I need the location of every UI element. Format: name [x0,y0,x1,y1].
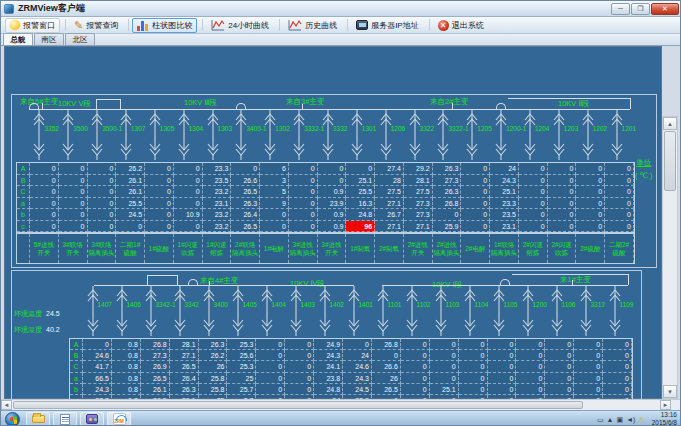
horizontal-scroll-thumb[interactable] [13,401,583,409]
table-cell: 0 [145,163,174,175]
scroll-right-arrow[interactable]: ► [660,400,671,410]
table-cell: 25.3 [227,339,256,350]
table-cell: 6 [260,163,289,175]
table-cell: 0 [88,175,117,187]
table-cell: 24.9 [314,339,343,350]
zrm-app-icon: ZRM [113,413,126,425]
breaker-number: 3400 [214,301,228,308]
scroll-left-arrow[interactable]: ◄ [1,400,12,410]
vertical-scrollbar[interactable]: ▲ ▼ [662,116,678,399]
breaker-symbol: 1200-1 [493,110,521,160]
maximize-button[interactable]: ❐ [631,3,650,15]
volume-icon[interactable]: ◄) [626,412,635,426]
horizontal-scrollbar[interactable]: ◄ ► [1,399,681,410]
tab-北区[interactable]: 北区 [65,33,95,45]
table-cell: 0 [459,339,488,350]
bay-label: 2#进线 隔离插头 [433,234,462,263]
display-icon[interactable]: ▣ [617,412,624,426]
unit-badge: 单位 ( ℃ ) [635,156,653,182]
toolbar-button-服务器IP地址[interactable]: 服务器IP地址 [351,18,424,33]
document-icon [60,414,70,425]
table-cell: 0 [459,350,488,361]
phase-row-header: a [70,373,83,384]
breaker-symbol: 1105 [491,286,519,336]
feeder-label: 10KV V段 [58,100,91,108]
table-cell: 9 [260,198,289,210]
network-warning-icon[interactable]: ⚠ [638,412,644,426]
table-cell: 24.6 [83,350,112,361]
table-cell: 28 [375,175,404,187]
window-title: ZRMView客户端 [18,2,610,15]
table-cell: 0 [401,384,430,395]
table-cell: 0 [30,163,59,175]
table-cell: 0 [174,175,203,187]
toolbar-button-24小时曲线[interactable]: 24小时曲线 [206,18,274,33]
toolbar-button-报警查询[interactable]: ✎报警查询 [69,18,123,33]
application-window: ZRMView客户端 ─ ❐ ✕ 报警窗口✎报警查询柱状图比较24小时曲线历史曲… [0,0,681,426]
tab-总貌[interactable]: 总貌 [3,33,33,45]
table-cell: 25.9 [433,221,462,233]
tab-南区[interactable]: 南区 [34,33,64,45]
vertical-scroll-thumb[interactable] [664,131,676,191]
table-cell: 0 [30,209,59,221]
toolbar-button-label: 24小时曲线 [228,20,269,31]
table-cell: 0 [461,186,490,198]
minimize-button[interactable]: ─ [611,3,630,15]
bus-line [96,99,120,100]
alarm-cell: 96 [346,221,375,233]
table-cell: 0 [519,209,548,221]
table-cell: 0 [605,163,634,175]
phase-row-header: C [17,186,30,198]
taskbar-network-app[interactable] [80,412,104,426]
breaker-number: 1304 [189,125,203,132]
breaker-number: 3342 [185,301,199,308]
table-cell: 0 [289,209,318,221]
start-button[interactable] [5,412,20,426]
breaker-symbol: 3500-1 [89,110,117,160]
close-button[interactable]: ✕ [651,3,679,15]
table-cell: 26.8 [372,339,401,350]
input-method-icon[interactable]: ▭ [597,412,604,426]
toolbar-button-退出系统[interactable]: ✕退出系统 [433,18,489,33]
show-hidden-icons[interactable]: ▲ [607,412,614,426]
toolbar-button-label: 报警窗口 [23,20,55,31]
top-temperature-table: A00026.20023.30600027.429.226.30240000B0… [16,162,635,233]
table-cell: 0 [548,209,577,221]
breaker-number: 1105 [504,301,518,308]
table-cell: 0 [256,384,285,395]
breaker-number: 1403 [301,301,315,308]
unit-symbol: ( ℃ ) [635,169,653,182]
phase-row-header: a [17,198,30,210]
scroll-up-arrow[interactable]: ▲ [663,117,677,130]
table-cell: 0 [548,175,577,187]
toolbar-button-报警窗口[interactable]: 报警窗口 [5,18,60,33]
breaker-number: 3332 [333,125,347,132]
breaker-symbol: 1301 [349,110,377,160]
toolbar-button-柱状图比较[interactable]: 柱状图比较 [132,18,197,33]
table-cell: 25.1 [346,175,375,187]
taskbar-document[interactable] [53,412,77,426]
taskbar: ZRM ▭ ▲ ▣ ◄) ⚠ 13:16 2015/6/8 [1,410,681,426]
breaker-number: 1200 [533,301,547,308]
table-cell: 0 [145,198,174,210]
clock-date: 2015/6/8 [652,419,677,426]
table-cell: 0 [519,221,548,233]
taskbar-explorer[interactable] [26,412,50,426]
table-cell: 0 [605,221,634,233]
toolbar-button-历史曲线[interactable]: 历史曲线 [283,18,342,33]
table-cell: 26.5 [231,221,260,233]
table-cell: 0 [256,339,285,350]
breaker-number: 1201 [622,125,636,132]
feeder-loop [496,103,506,110]
unit-label: 单位 [635,156,653,169]
feeder-stub-line [209,281,210,285]
table-cell: 0 [430,361,459,372]
table-cell: 0 [59,221,88,233]
taskbar-zrm-app[interactable]: ZRM [107,412,131,426]
table-cell: 23.2 [203,221,232,233]
table-cell: 27.1 [404,221,433,233]
table-cell: 0 [231,163,260,175]
taskbar-clock[interactable]: 13:16 2015/6/8 [652,411,677,426]
scroll-down-arrow[interactable]: ▼ [663,385,677,398]
table-cell: 26.1 [116,175,145,187]
